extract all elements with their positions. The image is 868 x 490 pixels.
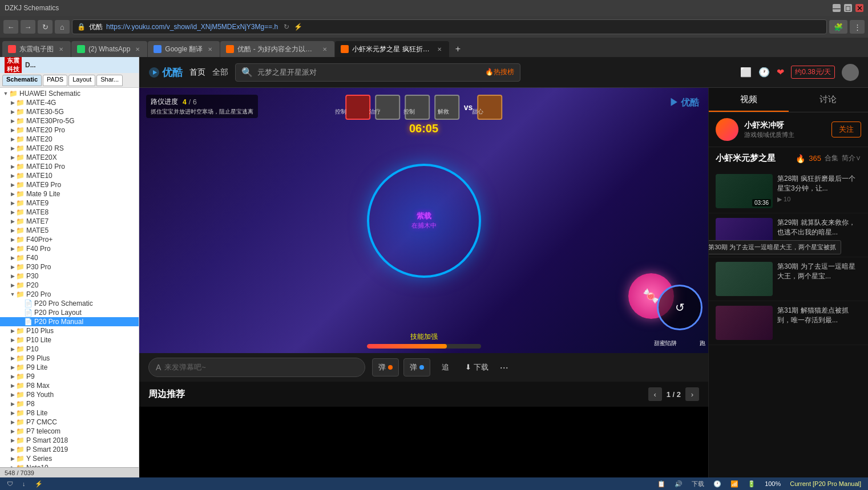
tab-close-youku[interactable]: ✕ xyxy=(321,45,329,53)
user-avatar[interactable] xyxy=(842,64,859,81)
list-item[interactable]: ▶ 📁 MATE20 RS xyxy=(0,144,139,153)
youku-nav-all[interactable]: 全部 xyxy=(212,67,228,78)
list-item[interactable]: ▶ 📁 Y Series xyxy=(0,454,139,463)
tab-close-dongzhen[interactable]: ✕ xyxy=(57,45,65,53)
list-item[interactable]: ▶ 📁 MATE9 xyxy=(0,199,139,208)
list-item[interactable]: ▶ 📁 MATE-4G xyxy=(0,98,139,107)
danmu-button-1[interactable]: 弹 xyxy=(372,358,399,376)
series-title-text: 小虾米元梦之星 xyxy=(716,153,776,163)
list-item[interactable]: ▶ 📁 MATE30-5G xyxy=(0,107,139,116)
battery-status-icon: 🔋 xyxy=(748,480,756,488)
tab-whatsapp[interactable]: (2) WhatsApp ✕ xyxy=(71,41,147,57)
list-item[interactable]: ▶ 📁 P10 Lite xyxy=(0,335,139,345)
related-section-title: 周边推荐 ‹ 1 / 2 › xyxy=(148,387,699,401)
danmu-button-2[interactable]: 弹 xyxy=(403,358,430,376)
tab-youku-main[interactable]: 优酷 - 为好内容全力以赴 - 美... ✕ xyxy=(220,41,334,57)
page-prev-button[interactable]: ‹ xyxy=(648,387,662,401)
list-item[interactable]: ▶ 📁 Note10 xyxy=(0,463,139,467)
tab-google[interactable]: Google 翻译 ✕ xyxy=(148,41,220,57)
list-item[interactable]: ▼ 📁 P20 Pro xyxy=(0,290,139,299)
tab-close-video[interactable]: ✕ xyxy=(435,45,443,53)
sidebar-tab-discuss[interactable]: 讨论 xyxy=(789,88,869,112)
list-item[interactable]: ▶ 📁 P7 CMCC xyxy=(0,418,139,427)
list-item[interactable]: ▶ 📁 F40 xyxy=(0,253,139,262)
tab-dongzhen[interactable]: 东震电子图 ✕ xyxy=(2,41,71,57)
menu-button[interactable]: ⋮ xyxy=(850,20,865,34)
tab-video-active[interactable]: 小虾米元梦之星 疯狂折磨... ✕ xyxy=(335,41,449,57)
download-button[interactable]: ⬇ 下载 xyxy=(461,360,493,375)
series-expand-btn[interactable]: 简介∨ xyxy=(842,153,861,163)
clock-icon[interactable]: 🕐 xyxy=(758,67,770,78)
vip-button[interactable]: 约0.38元/天 xyxy=(791,66,835,79)
list-item[interactable]: ▶ 📁 P30 xyxy=(0,272,139,281)
page-next-button[interactable]: › xyxy=(685,387,699,401)
maximize-button[interactable]: □ xyxy=(844,4,852,12)
tab-close-google[interactable]: ✕ xyxy=(206,45,214,53)
video-section: 路仪进度 4 / 6 抓住宝宝并放进时空寒场，阻止星宝逃离 xyxy=(139,88,708,477)
list-item[interactable]: ▶ 📁 MATE10 xyxy=(0,171,139,180)
toolbar-tab-schematic[interactable]: Schematic xyxy=(2,75,42,86)
screen-icon[interactable]: ⬜ xyxy=(740,67,752,78)
follow-button[interactable]: 追 xyxy=(437,360,454,375)
list-item[interactable]: ▶ 📁 MATE8 xyxy=(0,208,139,217)
more-options-button[interactable]: ··· xyxy=(500,362,508,374)
list-item[interactable]: ▶ 📁 P9 Lite xyxy=(0,363,139,372)
list-item[interactable]: ▶ 📁 P10 xyxy=(0,345,139,354)
list-item[interactable]: ▶ 📁 MATE20X xyxy=(0,153,139,162)
list-item[interactable]: ▶ 📁 MATE20 xyxy=(0,135,139,144)
tab-close-whatsapp[interactable]: ✕ xyxy=(134,45,142,53)
tree-root[interactable]: ▼ 📁 HUAWEI Schematic xyxy=(0,89,139,98)
series-meta: 🔥 365 合集 简介∨ xyxy=(796,153,861,163)
list-item[interactable]: ▶ 📁 P8 Youth xyxy=(0,390,139,399)
list-item[interactable]: ▶ 📁 F40 Pro xyxy=(0,244,139,253)
list-item[interactable]: ▶ 📁 Mate 9 Lite xyxy=(0,189,139,199)
home-button[interactable]: ⌂ xyxy=(55,20,70,34)
url-bar[interactable]: 🔒 优酷 https://v.youku.com/v_show/id_XNjM5… xyxy=(72,19,827,34)
download-status-icon: ↓ xyxy=(22,480,26,487)
youku-search-bar[interactable]: 🔍 元梦之星开星派对 🔥热搜榜 xyxy=(235,63,520,82)
list-item[interactable]: ▶ 📁 P8 Max xyxy=(0,381,139,390)
list-item[interactable]: ▶ 📁 MATE7 xyxy=(0,217,139,226)
list-item[interactable]: ▶ 📁 MATE10 Pro xyxy=(0,162,139,171)
close-button[interactable]: ✕ xyxy=(855,4,863,12)
app-title: DZKJ Schematics xyxy=(5,4,59,12)
video-player[interactable]: 路仪进度 4 / 6 抓住宝宝并放进时空寒场，阻止星宝逃离 xyxy=(139,88,708,353)
minimize-button[interactable]: — xyxy=(833,4,841,12)
list-item[interactable]: ▶ 📁 P8 xyxy=(0,399,139,408)
youku-nav-home[interactable]: 首页 xyxy=(189,67,205,78)
sidebar-tab-video[interactable]: 视频 xyxy=(709,88,789,112)
list-item[interactable]: ▶ 📁 MATE5 xyxy=(0,226,139,235)
video-item[interactable]: 第31期 解猫猫差点被抓到，唯一存活到最... xyxy=(709,301,868,345)
list-item[interactable]: ▶ 📁 P9 xyxy=(0,372,139,381)
forward-button[interactable]: → xyxy=(21,20,35,34)
list-item[interactable]: ▶ 📁 MATE30Pro-5G xyxy=(0,116,139,125)
list-item[interactable]: 📄 P20 Pro Schematic xyxy=(0,299,139,308)
heart-icon[interactable]: ❤ xyxy=(777,67,784,78)
list-item[interactable]: ▶ 📁 P20 xyxy=(0,281,139,290)
list-item[interactable]: ▶ 📁 P30 Pro xyxy=(0,262,139,272)
creator-avatar xyxy=(716,118,738,141)
video-item[interactable]: 第30期 为了去逗一逗暗星大王，两个星宝... 第30期 为了去逗一逗暗星大王，… xyxy=(709,257,868,301)
list-item[interactable]: 📄 P20 Pro Layout xyxy=(0,308,139,317)
list-item[interactable]: ▶ 📁 P10 Plus xyxy=(0,326,139,335)
list-item[interactable]: ▶ 📁 P9 Plus xyxy=(0,354,139,363)
toolbar-tab-share[interactable]: Shar... xyxy=(96,75,123,86)
toolbar-tab-layout[interactable]: Layout xyxy=(68,75,95,86)
follow-creator-button[interactable]: 关注 xyxy=(831,122,861,137)
list-item[interactable]: ▶ 📁 P8 Lite xyxy=(0,408,139,418)
refresh-button[interactable]: ↻ xyxy=(38,20,53,34)
comment-input[interactable]: A 来发弹幕吧~ xyxy=(148,358,365,377)
list-item[interactable]: ▶ 📁 MATE20 Pro xyxy=(0,125,139,135)
video-item[interactable]: 03:36 第28期 疯狂折磨最后一个星宝3分钟，让... ▶ 10 xyxy=(709,169,868,213)
list-item[interactable]: ▶ 📁 P7 telecom xyxy=(0,427,139,436)
list-item[interactable]: ▶ 📁 P Smart 2018 xyxy=(0,436,139,445)
extensions-button[interactable]: 🧩 xyxy=(829,20,847,34)
list-item[interactable]: ▶ 📁 P Smart 2019 xyxy=(0,445,139,454)
list-item[interactable]: ▶ 📁 MATE9 Pro xyxy=(0,180,139,189)
back-button[interactable]: ← xyxy=(3,20,18,34)
toolbar-tab-pads[interactable]: PADS xyxy=(43,75,67,86)
video-views-1: ▶ 10 xyxy=(777,196,861,203)
new-tab-button[interactable]: + xyxy=(450,41,466,57)
list-item[interactable]: ▶ 📁 F40Pro+ xyxy=(0,235,139,244)
tree-item-selected[interactable]: 📄 P20 Pro Manual xyxy=(0,317,139,326)
